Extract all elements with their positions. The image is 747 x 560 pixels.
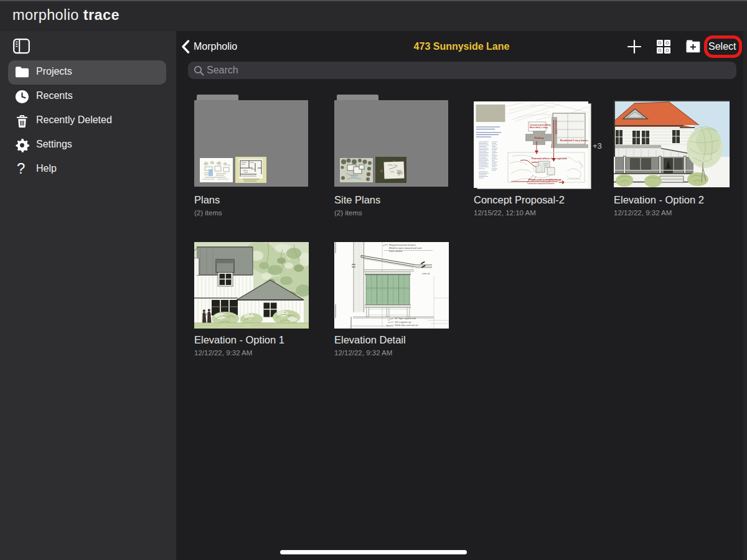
svg-text:trim of: trim of — [422, 272, 430, 275]
svg-text:Potential affects from nightti: Potential affects from nighttime — [532, 157, 567, 160]
svg-text:Future road to neighborhood: Future road to neighborhood — [529, 179, 561, 181]
svg-text:Commercial building: Commercial building — [530, 124, 551, 126]
svg-text:street traffic: street traffic — [555, 120, 558, 135]
svg-text:Residential 2 story homes: Residential 2 story homes — [560, 139, 588, 142]
svg-text:Parking: Parking — [535, 136, 544, 139]
svg-text:Contraction tempo/km4500meter: Contraction tempo/km4500meter — [527, 182, 555, 185]
svg-text:5/4x6 atlas and rails w/: 5/4x6 atlas and rails w/ — [395, 324, 418, 327]
svg-text:5/4 x ripped cap: 5/4 x ripped cap — [395, 321, 411, 324]
svg-text:Most likely 1 story: Most likely 1 story — [530, 126, 548, 129]
svg-text:24" high capped wall: 24" high capped wall — [395, 317, 416, 320]
svg-text:front column: front column — [389, 250, 402, 253]
